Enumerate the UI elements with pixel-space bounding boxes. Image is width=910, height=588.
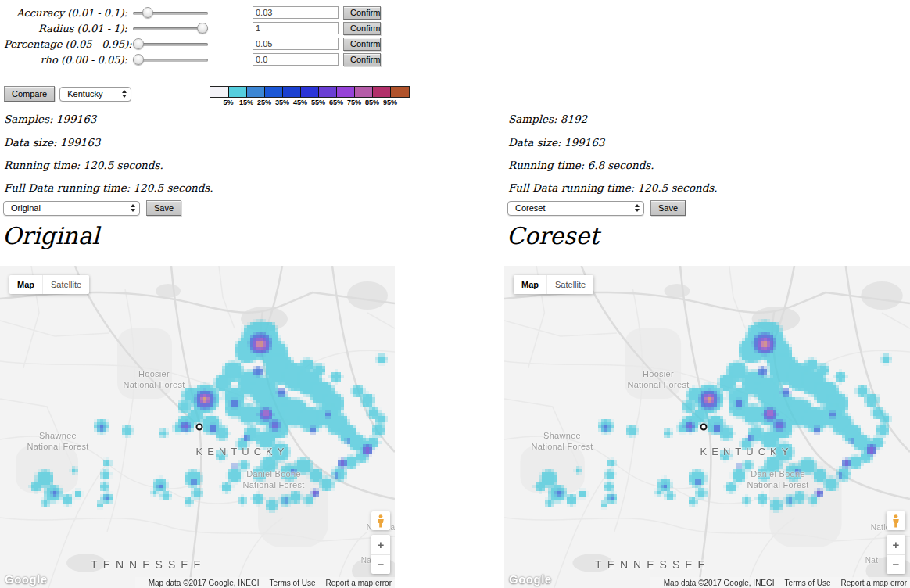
google-logo[interactable]: Google [509, 572, 552, 586]
data-size-stat: Data size: 199163 [4, 136, 100, 149]
map-button[interactable]: Map [514, 275, 546, 294]
confirm-button[interactable]: Confirm [343, 6, 381, 20]
report-map-error-link[interactable]: Report a map error [841, 579, 907, 587]
terms-of-use-link[interactable]: Terms of Use [785, 579, 831, 587]
zoom-in-button[interactable]: + [371, 535, 390, 554]
slider-row-accuracy: Accuracy (0.01 - 0.1): Confirm [4, 5, 381, 20]
slider-thumb[interactable] [142, 7, 153, 18]
map-type-control: Map Satellite [9, 275, 89, 294]
running-time-stat: Running time: 6.8 seconds. [508, 159, 654, 171]
map-marker[interactable] [700, 424, 708, 431]
legend-segment [301, 87, 319, 97]
rho-slider[interactable] [133, 54, 208, 66]
map-marker[interactable] [196, 424, 203, 431]
slider-thumb[interactable] [133, 54, 144, 65]
samples-stat: Samples: 199163 [4, 113, 96, 125]
radius-slider[interactable] [133, 23, 208, 34]
dataset-select-value: Coreset [515, 203, 546, 213]
legend-tick-label: 5% [223, 99, 233, 106]
confirm-button[interactable]: Confirm [343, 53, 381, 66]
legend-segment [247, 87, 265, 97]
legend-segment [283, 87, 301, 97]
accuracy-input[interactable] [253, 6, 339, 19]
slider-thumb[interactable] [133, 38, 144, 49]
map-viewport-original[interactable]: Hoosier National ForestShawnee National … [0, 266, 395, 588]
legend-labels: 5%15%25%35%45%55%65%75%85%95% [210, 99, 411, 106]
legend-tick-label: 15% [239, 99, 253, 106]
zoom-in-button[interactable]: + [887, 535, 905, 554]
map-data-text: Map data ©2017 Google, INEGI [149, 579, 260, 587]
map-data-text: Map data ©2017 Google, INEGI [664, 579, 775, 587]
slider-track[interactable] [133, 43, 208, 46]
satellite-button[interactable]: Satellite [546, 275, 593, 294]
slider-label: Percentage (0.05 - 0.95): [4, 38, 131, 50]
legend-segment [210, 87, 229, 97]
full-running-time-stat: Full Data running time: 120.5 seconds. [508, 181, 718, 194]
select-arrows-icon [635, 204, 640, 212]
confirm-button[interactable]: Confirm [343, 38, 381, 51]
legend-tick-label: 75% [347, 99, 361, 106]
accuracy-slider[interactable] [133, 7, 208, 19]
legend-tick-label: 55% [311, 99, 325, 106]
save-button[interactable]: Save [650, 200, 686, 216]
slider-row-percentage: Percentage (0.05 - 0.95): Confirm [4, 36, 381, 52]
terms-of-use-link[interactable]: Terms of Use [270, 579, 316, 587]
dataset-select[interactable]: Original [3, 201, 140, 216]
zoom-control: + − [371, 535, 390, 574]
legend-bar [210, 86, 410, 98]
region-select-value: Kentucky [67, 89, 102, 99]
google-logo[interactable]: Google [5, 572, 48, 586]
heatmap-overlay [504, 266, 910, 588]
percentage-input[interactable] [253, 38, 339, 50]
slider-label: rho (0.00 - 0.05): [4, 54, 131, 66]
map-button[interactable]: Map [9, 275, 42, 294]
save-button[interactable]: Save [146, 200, 181, 216]
map-attribution: Map data ©2017 Google, INEGI Terms of Us… [135, 577, 395, 588]
slider-row-radius: Radius (0.01 - 1): Confirm [4, 20, 381, 36]
legend-segment [319, 87, 337, 97]
pegman-button[interactable] [887, 511, 905, 530]
percentage-slider[interactable] [133, 38, 208, 50]
zoom-out-button[interactable]: − [371, 554, 390, 575]
slider-label: Radius (0.01 - 1): [4, 23, 131, 34]
compare-row: Compare Kentucky [4, 86, 131, 102]
zoom-control: + − [887, 535, 905, 574]
legend-tick-label: 25% [257, 99, 271, 106]
radius-input[interactable] [253, 22, 339, 34]
panel-heading: Coreset [507, 222, 599, 249]
map-type-control: Map Satellite [514, 275, 593, 294]
report-map-error-link[interactable]: Report a map error [326, 579, 392, 587]
legend-segment [229, 87, 247, 97]
zoom-out-button[interactable]: − [887, 554, 905, 575]
legend-tick-label: 95% [383, 99, 397, 106]
legend-segment [355, 87, 373, 97]
pegman-icon [377, 514, 385, 528]
map-viewport-coreset[interactable]: Hoosier National ForestShawnee National … [504, 266, 910, 588]
parameter-controls: Accuracy (0.01 - 0.1): Confirm Radius (0… [4, 5, 381, 67]
heatmap-legend: 5%15%25%35%45%55%65%75%85%95% [210, 86, 411, 106]
legend-tick-label: 85% [365, 99, 379, 106]
full-running-time-stat: Full Data running time: 120.5 seconds. [4, 181, 213, 194]
pegman-button[interactable] [371, 511, 390, 530]
compare-button[interactable]: Compare [4, 86, 55, 102]
data-size-stat: Data size: 199163 [508, 136, 604, 149]
slider-row-rho: rho (0.00 - 0.05): Confirm [4, 52, 381, 67]
map-attribution: Map data ©2017 Google, INEGI Terms of Us… [650, 577, 910, 588]
slider-thumb[interactable] [197, 23, 208, 34]
satellite-button[interactable]: Satellite [42, 275, 89, 294]
legend-tick-label: 45% [293, 99, 307, 106]
samples-stat: Samples: 8192 [508, 113, 587, 125]
legend-segment [391, 87, 409, 97]
panel-heading: Original [2, 222, 99, 249]
slider-label: Accuracy (0.01 - 0.1): [4, 7, 131, 19]
dataset-select-row: Coreset Save [507, 200, 686, 216]
slider-track[interactable] [133, 59, 208, 62]
dataset-select-row: Original Save [3, 200, 181, 216]
legend-segment [265, 87, 283, 97]
dataset-select[interactable]: Coreset [507, 201, 644, 216]
region-select[interactable]: Kentucky [59, 87, 131, 102]
rho-input[interactable] [253, 53, 339, 66]
select-arrows-icon [131, 204, 135, 212]
confirm-button[interactable]: Confirm [343, 22, 381, 35]
legend-segment [337, 87, 355, 97]
